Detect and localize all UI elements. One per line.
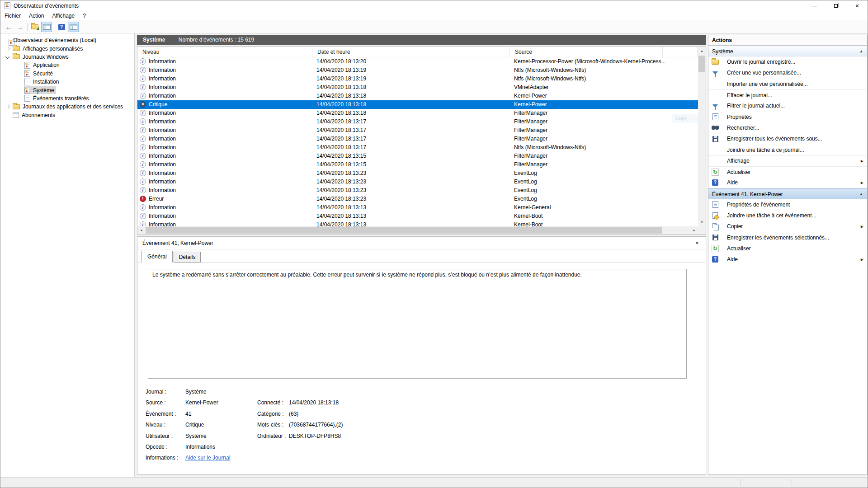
- menu-item-action[interactable]: Action: [25, 11, 48, 20]
- scroll-down-icon[interactable]: ▼: [698, 218, 706, 226]
- menu-item-affichage[interactable]: Affichage: [48, 11, 79, 20]
- event-row[interactable]: iInformation14/04/2020 18:13:13Kernel-Bo…: [137, 212, 698, 221]
- event-row[interactable]: ×Critique14/04/2020 18:13:18Kernel-Power: [137, 100, 698, 109]
- tab-détails[interactable]: Détails: [174, 252, 201, 263]
- forward-icon: →: [16, 23, 24, 31]
- tree-item-application[interactable]: Application: [0, 61, 134, 69]
- detail-field-row: Informations :Aide sur le Journal: [138, 453, 705, 464]
- icon-spacer: [711, 157, 719, 165]
- vertical-scrollbar[interactable]: ▲ ▼: [698, 47, 706, 226]
- column-header-source[interactable]: Source: [510, 47, 663, 57]
- action-item[interactable]: Créer une vue personnalisée...: [708, 67, 867, 78]
- back-button[interactable]: ←: [3, 22, 14, 32]
- event-viewer-window: Observateur d’événements × FichierAction…: [0, 0, 868, 488]
- tree-item-événements-transférés[interactable]: Événements transférés: [0, 94, 134, 103]
- action-item[interactable]: Filtrer le journal actuel...: [708, 100, 867, 111]
- event-row[interactable]: iInformation14/04/2020 18:13:23EventLog: [137, 186, 698, 195]
- close-button[interactable]: ×: [847, 0, 868, 11]
- tree-item-sécurité[interactable]: Sécurité: [0, 70, 134, 78]
- scroll-right-icon[interactable]: ►: [690, 226, 698, 234]
- collapse-icon: ▲: [859, 189, 863, 200]
- tree-item-journaux-des-applications-et-des-services[interactable]: Journaux des applications et des service…: [0, 103, 134, 111]
- action-item[interactable]: Effacer le journal...: [708, 89, 867, 100]
- action-pane-toggle-button[interactable]: [68, 22, 79, 32]
- event-detail-panel: Événement 41, Kernel-Power × GénéralDéta…: [137, 236, 706, 475]
- event-row[interactable]: iInformation14/04/2020 18:13:23EventLog: [137, 169, 698, 178]
- action-item[interactable]: Joindre une tâche à ce journal...: [708, 144, 867, 155]
- chevron-right-icon[interactable]: [5, 47, 12, 51]
- field-label: Ordinateur :: [257, 433, 286, 439]
- tree-item-abonnements[interactable]: Abonnements: [0, 111, 134, 119]
- vertical-scroll-thumb[interactable]: [698, 56, 705, 72]
- properties-icon: [711, 201, 719, 209]
- event-row[interactable]: iInformation14/04/2020 18:13:18VMnetAdap…: [137, 83, 698, 92]
- event-row[interactable]: iInformation14/04/2020 18:13:18Kernel-Po…: [137, 92, 698, 100]
- field-label: Connecté :: [257, 399, 283, 406]
- event-row[interactable]: iInformation14/04/2020 18:13:13Kernel-Bo…: [137, 221, 698, 226]
- action-item[interactable]: Copier▶: [708, 221, 867, 232]
- action-item[interactable]: Rechercher...: [708, 122, 867, 133]
- info-icon: i: [140, 84, 146, 90]
- error-icon: !: [140, 196, 146, 202]
- submenu-arrow-icon: ▶: [861, 181, 863, 185]
- column-header-date-et-heure[interactable]: Date et heure: [312, 47, 510, 57]
- export-log-button[interactable]: [29, 22, 40, 32]
- filter-icon: [711, 102, 719, 110]
- tree-item-journaux-windows[interactable]: Journaux Windows: [0, 53, 134, 61]
- log-icon: [24, 62, 30, 69]
- tree-item-installation[interactable]: Installation: [0, 78, 134, 86]
- action-item[interactable]: Importer une vue personnalisée...: [708, 79, 867, 89]
- event-row[interactable]: iInformation14/04/2020 18:13:13Kernel-Ge…: [137, 203, 698, 212]
- action-item[interactable]: Affichage▶: [708, 155, 867, 166]
- info-icon: i: [140, 67, 146, 73]
- action-item[interactable]: Enregistrer tous les événements sous...: [708, 133, 867, 144]
- console-tree-toggle-button[interactable]: [41, 22, 52, 32]
- actions-section-header[interactable]: Événement 41, Kernel-Power▲: [708, 188, 867, 199]
- event-row[interactable]: iInformation14/04/2020 18:13:20Kernel-Pr…: [137, 57, 698, 66]
- tree-item-root[interactable]: Observateur d’événements (Local): [0, 36, 134, 44]
- event-row[interactable]: iInformation14/04/2020 18:13:18FilterMan…: [137, 109, 698, 117]
- help-link[interactable]: Aide sur le Journal: [185, 455, 230, 461]
- event-row[interactable]: iInformation14/04/2020 18:13:19Ntfs (Mic…: [137, 66, 698, 75]
- action-item[interactable]: ↻Actualiser: [708, 166, 867, 177]
- action-item[interactable]: Enregistrer les événements sélectionnés.…: [708, 232, 867, 243]
- help-button[interactable]: ?: [56, 22, 67, 32]
- event-row[interactable]: iInformation14/04/2020 18:13:17FilterMan…: [137, 126, 698, 135]
- event-row[interactable]: iInformation14/04/2020 18:13:17FilterMan…: [137, 135, 698, 143]
- info-icon: i: [140, 213, 146, 219]
- horizontal-scroll-thumb[interactable]: [146, 227, 662, 234]
- horizontal-scrollbar[interactable]: ◄ ►: [137, 226, 698, 234]
- event-row[interactable]: iInformation14/04/2020 18:13:17Ntfs (Mic…: [137, 143, 698, 152]
- menu-item-fichier[interactable]: Fichier: [0, 11, 25, 20]
- action-item[interactable]: Propriétés: [708, 111, 867, 122]
- detail-header: Événement 41, Kernel-Power ×: [137, 237, 706, 249]
- tree-item-système[interactable]: Système: [0, 86, 134, 94]
- chevron-right-icon[interactable]: [5, 104, 12, 109]
- actions-section-header[interactable]: Système▲: [708, 46, 867, 56]
- action-item[interactable]: Propriétés de l’événement: [708, 199, 867, 210]
- event-row[interactable]: iInformation14/04/2020 18:13:15FilterMan…: [137, 152, 698, 160]
- minimize-button[interactable]: [804, 0, 825, 11]
- scroll-left-icon[interactable]: ◄: [137, 226, 145, 234]
- restore-button[interactable]: [826, 0, 846, 11]
- tree-item-affichages-personnalisés[interactable]: Affichages personnalisés: [0, 44, 134, 52]
- action-item[interactable]: Joindre une tâche à cet événement...: [708, 210, 867, 221]
- tab-général[interactable]: Général: [142, 251, 173, 263]
- column-header-niveau[interactable]: Niveau: [137, 47, 312, 57]
- action-item[interactable]: ?Aide▶: [708, 177, 867, 188]
- forward-button[interactable]: →: [14, 22, 25, 32]
- action-item[interactable]: ↻Actualiser: [708, 243, 867, 254]
- event-row[interactable]: iInformation14/04/2020 18:13:23EventLog: [137, 178, 698, 186]
- action-item[interactable]: Ouvrir le journal enregistré...: [708, 56, 867, 67]
- detail-close-icon[interactable]: ×: [693, 239, 701, 247]
- toolbar-separator: [54, 23, 54, 31]
- field-label: Niveau :: [146, 422, 165, 428]
- action-item[interactable]: ?Aide▶: [708, 254, 867, 265]
- event-row[interactable]: iInformation14/04/2020 18:13:17FilterMan…: [137, 117, 698, 126]
- event-row[interactable]: iInformation14/04/2020 18:13:15FilterMan…: [137, 160, 698, 169]
- chevron-down-icon[interactable]: [5, 55, 12, 59]
- event-row[interactable]: iInformation14/04/2020 18:13:19Ntfs (Mic…: [137, 75, 698, 83]
- scroll-up-icon[interactable]: ▲: [698, 47, 706, 55]
- event-row[interactable]: !Erreur14/04/2020 18:13:23EventLog: [137, 195, 698, 203]
- menu-item-?[interactable]: ?: [79, 11, 90, 20]
